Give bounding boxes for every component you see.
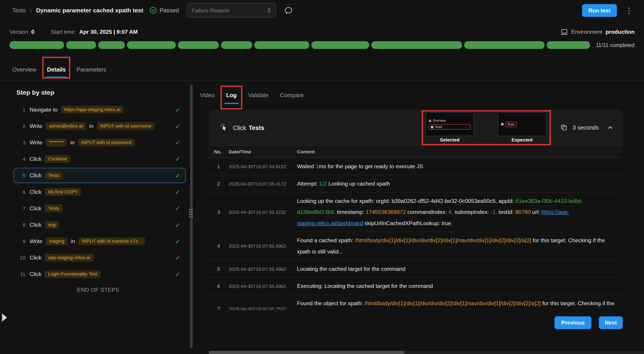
end-of-steps-label: END OF STEPS	[10, 287, 187, 293]
expected-thumbnail-caption: Expected	[512, 137, 532, 142]
log-row-number: 7	[208, 306, 229, 310]
step-row[interactable]: 5ClickTests✓	[14, 168, 186, 183]
screen: Tests › Dynamic parameter cached xpath t…	[0, 0, 644, 354]
step-row[interactable]: 4ClickContinue✓	[14, 151, 186, 167]
step-description: Clickapp-staging.relicx.ai	[30, 254, 172, 262]
progress-segment[interactable]	[221, 41, 252, 49]
step-row[interactable]: 8Clicksvg✓	[14, 217, 186, 233]
environment-value: production	[606, 29, 634, 35]
failure-reason-select[interactable]: Failure Reason	[186, 3, 276, 18]
tab-overview[interactable]: Overview	[12, 59, 36, 80]
progress-segment[interactable]	[546, 41, 590, 49]
progress-segment[interactable]	[127, 41, 176, 49]
tab-parameters[interactable]: Parameters	[76, 59, 106, 80]
details-panel: Video Log Validate Compare	[200, 81, 644, 354]
step-description: Navigate tohttps://app-staging.relicx.ai	[30, 105, 172, 114]
log-row-content: Looking up the cache for xpath: orgId: b…	[297, 196, 622, 229]
step-row[interactable]: 9WritestaginginINPUT with id mantine-17z…	[14, 234, 186, 249]
log-header-datetime: Date/Time	[229, 149, 297, 154]
log-row-number: 5	[208, 266, 229, 272]
collapse-button[interactable]	[607, 124, 614, 131]
copy-button[interactable]	[561, 124, 567, 131]
step-param-badge: ********	[46, 138, 67, 147]
log-rows: 12025-04-30T16:07:34.912ZWaited 1ms for …	[208, 158, 623, 310]
main-content: Step by step 1Navigate tohttps://app-sta…	[0, 81, 644, 354]
steps-panel: Step by step 1Navigate tohttps://app-sta…	[0, 81, 187, 354]
previous-button[interactable]: Previous	[554, 316, 592, 329]
log-row-timestamp: 2025-04-30T16:07:35.423Z	[229, 210, 297, 215]
step-number: 2	[16, 123, 25, 129]
step-row[interactable]: 10Clickapp-staging.relicx.ai✓	[14, 250, 186, 265]
step-number: 11	[16, 271, 25, 277]
log-row-timestamp: 2025-04-30T16:07:35.496Z	[229, 284, 297, 289]
progress-segment[interactable]	[178, 41, 219, 49]
step-row[interactable]: 3Write********inINPUT with id password✓	[14, 135, 186, 150]
overflow-menu-button[interactable]: ⋮	[625, 6, 632, 14]
step-number: 7	[16, 206, 25, 211]
progress-segment[interactable]	[464, 41, 545, 49]
log-table-header: No. Date/Time Content	[208, 145, 623, 158]
step-action-text: in	[89, 123, 94, 129]
step-row[interactable]: 6ClickMyTest COPY✓	[14, 184, 186, 200]
step-param-badge: admin@relicx.ai	[46, 122, 86, 130]
breadcrumb-tests-link[interactable]: Tests	[12, 7, 26, 14]
thumb-tests-label: Tests	[435, 125, 442, 129]
step-passed-check-icon: ✓	[172, 188, 180, 196]
progress-bar	[10, 41, 590, 49]
step-action-text: Click	[30, 255, 42, 261]
step-number: 1	[16, 107, 25, 113]
progress-segment[interactable]	[254, 41, 309, 49]
step-row[interactable]: 11ClickLogin Functionality Test✓	[14, 267, 186, 282]
status-badge: Passed	[149, 7, 179, 14]
passed-check-circle-icon	[149, 7, 157, 14]
tests-icon	[431, 126, 434, 128]
selected-thumbnail[interactable]: Overview Tests Selected	[426, 112, 474, 142]
progress-completed-text: 11/11 completed	[596, 42, 634, 48]
comment-icon	[284, 6, 292, 15]
tab-details[interactable]: Details	[47, 59, 66, 80]
tab-log[interactable]: Log	[226, 86, 237, 104]
step-row[interactable]: 7ClickTests✓	[14, 201, 186, 216]
expand-panel-arrow[interactable]	[2, 313, 7, 322]
overview-icon	[429, 119, 431, 122]
panel-resize-handle[interactable]	[189, 209, 194, 220]
step-description: ClickMyTest COPY	[30, 188, 172, 196]
step-action-text: in	[70, 139, 74, 145]
start-time-label: Start time:	[51, 29, 76, 35]
tab-video[interactable]: Video	[200, 86, 215, 104]
tab-validate[interactable]: Validate	[248, 86, 268, 104]
comment-button[interactable]	[284, 6, 292, 15]
detail-tabs: Video Log Validate Compare	[200, 86, 623, 104]
log-row-content: Found the object for xpath: /html/body/d…	[297, 298, 622, 310]
step-row[interactable]: 1Navigate tohttps://app-staging.relicx.a…	[14, 102, 186, 117]
step-passed-check-icon: ✓	[172, 221, 180, 229]
run-test-button[interactable]: Run test	[582, 4, 617, 17]
progress-segment[interactable]	[311, 41, 369, 49]
log-row-number: 4	[208, 243, 229, 249]
expected-thumbnail[interactable]: Tests Expected	[498, 112, 546, 142]
step-param-badge: MyTest COPY	[45, 188, 81, 196]
monitor-icon	[560, 29, 568, 35]
horizontal-scrollbar-thumb[interactable]	[208, 351, 404, 354]
chevron-up-icon	[607, 124, 614, 131]
progress-segment[interactable]	[371, 41, 462, 49]
tab-compare[interactable]: Compare	[280, 86, 304, 104]
horizontal-scrollbar[interactable]	[208, 351, 644, 354]
progress-segment[interactable]	[66, 41, 96, 49]
log-row-timestamp: 2025-04-30T16:07:35.496Z	[229, 244, 297, 249]
log-card-header: Click Tests Overview	[208, 110, 623, 145]
next-button[interactable]: Next	[599, 316, 623, 329]
environment-label: Environment	[571, 29, 602, 35]
step-number: 5	[16, 172, 25, 178]
select-chevrons-icon	[266, 7, 271, 14]
progress-segment[interactable]	[10, 41, 64, 49]
log-row-number: 1	[208, 163, 229, 169]
steps-list: 1Navigate tohttps://app-staging.relicx.a…	[10, 102, 187, 282]
page-title: Dynamic parameter cached xpath test	[36, 7, 143, 14]
copy-icon	[561, 124, 567, 131]
thumb-tests-row-highlight: Tests	[429, 124, 471, 129]
step-row[interactable]: 2Writeadmin@relicx.aiinINPUT with id use…	[14, 118, 186, 134]
selected-thumbnail-image: Overview Tests	[426, 112, 474, 136]
step-number: 9	[16, 238, 25, 244]
progress-segment[interactable]	[98, 41, 125, 49]
